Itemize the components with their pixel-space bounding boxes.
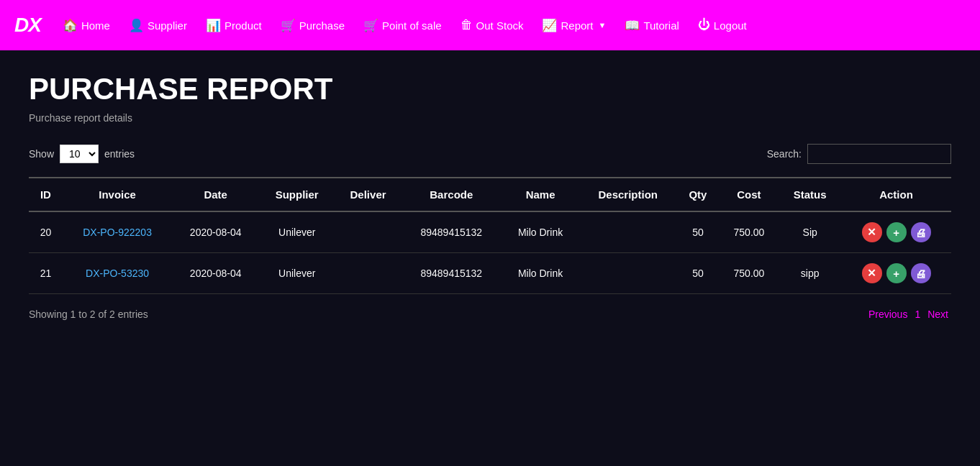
nav-product[interactable]: 📊 Product — [199, 14, 269, 37]
cell-action: ✕ + 🖨 — [841, 253, 951, 294]
cell-description — [579, 253, 676, 294]
entries-info: Showing 1 to 2 of 2 entries — [29, 309, 148, 320]
cell-id: 20 — [29, 211, 63, 253]
cell-invoice: DX-PO-53230 — [63, 253, 172, 294]
delete-button[interactable]: ✕ — [862, 222, 882, 242]
cell-cost: 750.00 — [720, 253, 779, 294]
add-button[interactable]: + — [886, 222, 907, 242]
purchase-report-table: ID Invoice Date Supplier Deliver Barcode… — [29, 177, 951, 294]
report-dropdown-arrow: ▼ — [599, 21, 607, 29]
col-name: Name — [502, 178, 579, 211]
page-title: PURCHASE REPORT — [29, 72, 951, 106]
pagination-row: Showing 1 to 2 of 2 entries Previous 1 N… — [29, 307, 951, 321]
col-date: Date — [172, 178, 259, 211]
supplier-icon: 👤 — [129, 18, 144, 33]
entries-label: entries — [104, 148, 135, 160]
cell-qty: 50 — [676, 253, 719, 294]
page-subtitle: Purchase report details — [29, 112, 951, 124]
cell-invoice: DX-PO-922203 — [63, 211, 172, 253]
delete-button[interactable]: ✕ — [862, 263, 882, 283]
pagination-previous[interactable]: Previous — [866, 307, 910, 321]
add-button[interactable]: + — [886, 263, 907, 283]
table-header-row: ID Invoice Date Supplier Deliver Barcode… — [29, 178, 951, 211]
col-id: ID — [29, 178, 63, 211]
controls-row: Show 10 25 50 100 entries Search: — [29, 144, 951, 164]
pos-icon: 🛒 — [363, 18, 378, 33]
table-row: 20 DX-PO-922203 2020-08-04 Unilever 8948… — [29, 211, 951, 253]
search-area: Search: — [767, 144, 951, 164]
tutorial-icon: 📖 — [625, 18, 640, 33]
purchase-icon: 🛒 — [281, 18, 296, 33]
cell-barcode: 89489415132 — [401, 253, 502, 294]
cell-name: Milo Drink — [502, 211, 579, 253]
pagination-page-1[interactable]: 1 — [910, 307, 925, 321]
table-row: 21 DX-PO-53230 2020-08-04 Unilever 89489… — [29, 253, 951, 294]
pagination-next[interactable]: Next — [925, 307, 951, 321]
cell-deliver — [335, 253, 401, 294]
nav-pos[interactable]: 🛒 Point of sale — [356, 14, 449, 37]
cell-name: Milo Drink — [502, 253, 579, 294]
cell-date: 2020-08-04 — [172, 253, 259, 294]
nav-logout[interactable]: ⏻ Logout — [691, 14, 754, 37]
nav-report[interactable]: 📈 Report ▼ — [535, 14, 613, 37]
show-label: Show — [29, 148, 54, 160]
col-deliver: Deliver — [335, 178, 401, 211]
cell-qty: 50 — [676, 211, 719, 253]
navbar: DX 🏠 Home 👤 Supplier 📊 Product 🛒 Purchas… — [0, 0, 980, 50]
col-description: Description — [579, 178, 676, 211]
print-button[interactable]: 🖨 — [911, 222, 931, 242]
cell-cost: 750.00 — [720, 211, 779, 253]
nav-outstock[interactable]: 🗑 Out Stock — [453, 14, 531, 37]
cell-description — [579, 211, 676, 253]
nav-purchase[interactable]: 🛒 Purchase — [273, 14, 352, 37]
col-barcode: Barcode — [401, 178, 502, 211]
cell-deliver — [335, 211, 401, 253]
nav-supplier[interactable]: 👤 Supplier — [122, 14, 194, 37]
col-qty: Qty — [676, 178, 719, 211]
logout-icon: ⏻ — [698, 18, 710, 32]
cell-supplier: Unilever — [259, 211, 335, 253]
product-icon: 📊 — [206, 18, 221, 33]
col-status: Status — [779, 178, 841, 211]
home-icon: 🏠 — [63, 18, 78, 33]
cell-id: 21 — [29, 253, 63, 294]
entries-select[interactable]: 10 25 50 100 — [60, 145, 99, 163]
table-wrapper: ID Invoice Date Supplier Deliver Barcode… — [29, 177, 951, 294]
cell-supplier: Unilever — [259, 253, 335, 294]
cell-status: Sip — [779, 211, 841, 253]
pagination-controls: Previous 1 Next — [866, 307, 951, 321]
report-icon: 📈 — [542, 18, 557, 33]
search-label: Search: — [767, 148, 802, 160]
cell-date: 2020-08-04 — [172, 211, 259, 253]
col-action: Action — [841, 178, 951, 211]
cell-action: ✕ + 🖨 — [841, 211, 951, 253]
col-supplier: Supplier — [259, 178, 335, 211]
show-entries-control: Show 10 25 50 100 entries — [29, 145, 135, 163]
cell-status: sipp — [779, 253, 841, 294]
search-input[interactable] — [807, 144, 951, 164]
col-cost: Cost — [720, 178, 779, 211]
print-button[interactable]: 🖨 — [911, 263, 931, 283]
col-invoice: Invoice — [63, 178, 172, 211]
nav-tutorial[interactable]: 📖 Tutorial — [617, 14, 686, 37]
main-content: PURCHASE REPORT Purchase report details … — [0, 50, 980, 343]
nav-home[interactable]: 🏠 Home — [55, 14, 117, 37]
cell-barcode: 89489415132 — [401, 211, 502, 253]
brand-logo[interactable]: DX — [14, 14, 41, 37]
outstock-icon: 🗑 — [460, 18, 473, 32]
